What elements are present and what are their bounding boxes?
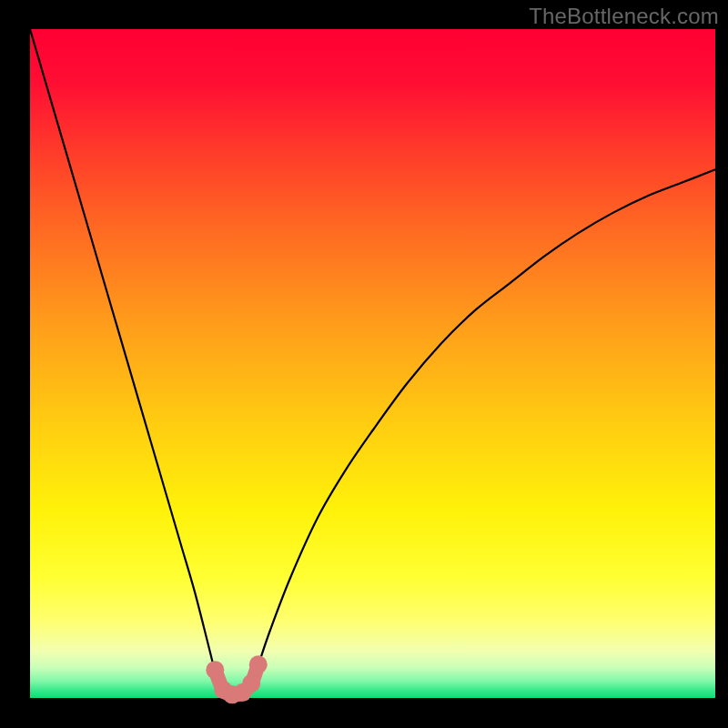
marker-dot	[206, 661, 224, 679]
marker-dot	[242, 674, 260, 693]
marker-dot	[249, 655, 268, 673]
bottleneck-chart	[0, 0, 728, 728]
chart-frame: TheBottleneck.com	[0, 0, 728, 728]
watermark: TheBottleneck.com	[529, 4, 719, 29]
plot-area	[30, 29, 715, 698]
